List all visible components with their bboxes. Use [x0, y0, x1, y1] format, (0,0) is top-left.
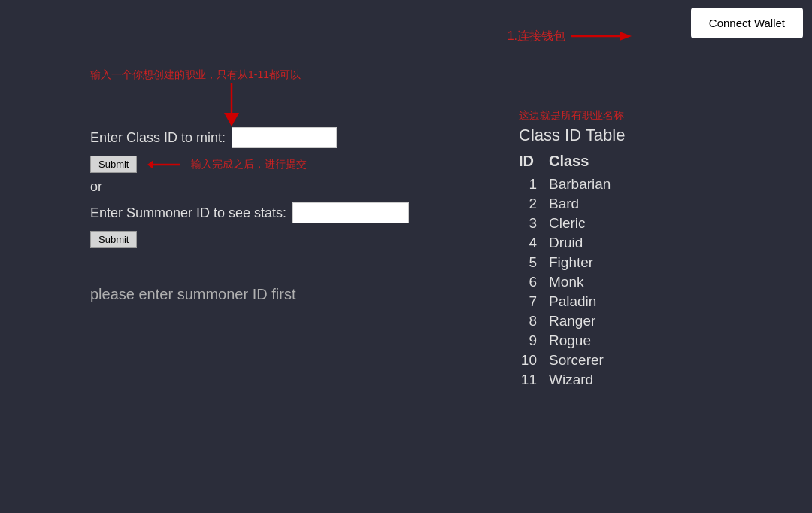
table-cell-class: Ranger: [549, 311, 626, 331]
table-cell-class: Paladin: [549, 292, 626, 311]
down-arrow-icon: [218, 83, 245, 128]
table-cell-class: Rogue: [549, 331, 626, 351]
table-row: 1Barbarian: [519, 175, 626, 194]
table-row: 4Druid: [519, 233, 626, 253]
summoner-id-label: Enter Summoner ID to see stats:: [90, 205, 286, 221]
wallet-annotation-label: 1.连接钱包: [508, 29, 565, 44]
class-id-submit-button[interactable]: Submit: [90, 156, 137, 173]
table-cell-class: Druid: [549, 233, 626, 253]
table-cell-id: 3: [519, 214, 549, 233]
status-text: please enter summoner ID first: [90, 286, 409, 303]
table-row: 3Cleric: [519, 214, 626, 233]
table-row: 9Rogue: [519, 331, 626, 351]
class-id-table: ID Class 1Barbarian2Bard3Cleric4Druid5Fi…: [519, 151, 626, 390]
table-cell-id: 4: [519, 233, 549, 253]
table-row: 10Sorcerer: [519, 351, 626, 370]
svg-marker-3: [224, 113, 239, 126]
table-row: 7Paladin: [519, 292, 626, 311]
table-cell-class: Cleric: [549, 214, 626, 233]
table-cell-class: Barbarian: [549, 175, 626, 194]
table-cell-id: 2: [519, 194, 549, 214]
submit-arrow-icon: [147, 157, 180, 172]
table-cell-id: 7: [519, 292, 549, 311]
table-row: 2Bard: [519, 194, 626, 214]
table-cell-id: 8: [519, 311, 549, 331]
table-row: 5Fighter: [519, 253, 626, 272]
table-cell-id: 1: [519, 175, 549, 194]
col-class-header: Class: [549, 151, 626, 175]
table-row: 8Ranger: [519, 311, 626, 331]
table-cell-class: Monk: [549, 272, 626, 292]
svg-marker-1: [620, 32, 632, 41]
table-title: Class ID Table: [519, 126, 626, 145]
table-cell-id: 9: [519, 331, 549, 351]
top-hint-label: 输入一个你想创建的职业，只有从1-11都可以: [90, 68, 301, 80]
table-cell-id: 11: [519, 370, 549, 390]
svg-marker-5: [147, 160, 153, 169]
table-annotation: 这边就是所有职业名称: [519, 109, 626, 123]
or-divider: or: [90, 179, 409, 195]
table-cell-id: 10: [519, 351, 549, 370]
summoner-id-input[interactable]: [292, 202, 409, 223]
table-cell-id: 6: [519, 272, 549, 292]
wallet-arrow-icon: [571, 27, 632, 45]
summoner-id-submit-button[interactable]: Submit: [90, 231, 137, 248]
class-id-input[interactable]: [232, 127, 337, 148]
col-id-header: ID: [519, 151, 549, 175]
connect-wallet-button[interactable]: Connect Wallet: [691, 8, 803, 38]
class-id-label: Enter Class ID to mint:: [90, 130, 226, 146]
table-cell-class: Fighter: [549, 253, 626, 272]
submit-hint-label: 输入完成之后，进行提交: [191, 158, 307, 172]
table-row: 11Wizard: [519, 370, 626, 390]
table-cell-class: Sorcerer: [549, 351, 626, 370]
table-cell-id: 5: [519, 253, 549, 272]
table-row: 6Monk: [519, 272, 626, 292]
table-cell-class: Wizard: [549, 370, 626, 390]
table-cell-class: Bard: [549, 194, 626, 214]
